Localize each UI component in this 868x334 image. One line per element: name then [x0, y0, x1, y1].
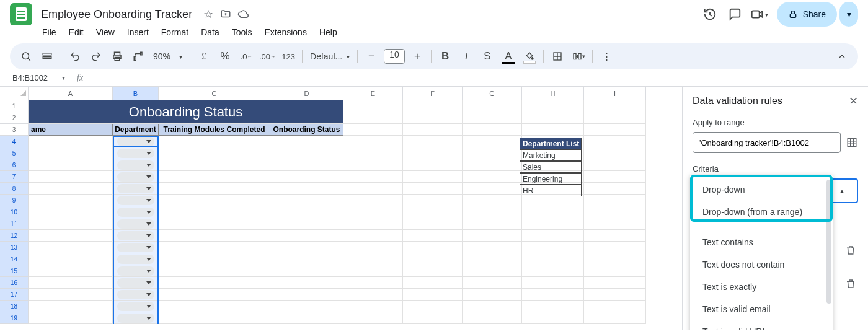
cell[interactable]: [270, 195, 343, 206]
cell[interactable]: [463, 147, 522, 159]
search-icon[interactable]: [16, 46, 36, 66]
cell[interactable]: [403, 136, 463, 147]
cell[interactable]: [343, 183, 403, 195]
cell[interactable]: [522, 312, 584, 324]
cell[interactable]: [403, 206, 463, 218]
cell[interactable]: [270, 171, 343, 183]
col-header-h[interactable]: H: [522, 87, 584, 100]
cell-d3[interactable]: Onboarding Status: [270, 124, 343, 136]
cell[interactable]: [29, 183, 113, 195]
cell[interactable]: [343, 218, 403, 230]
dropdown-chip[interactable]: [117, 314, 154, 323]
cell[interactable]: [584, 136, 646, 147]
cell[interactable]: [113, 312, 159, 324]
cell[interactable]: [343, 147, 403, 159]
dropdown-chip[interactable]: [117, 160, 154, 170]
bold-icon[interactable]: B: [435, 46, 455, 66]
cell[interactable]: [343, 242, 403, 253]
paint-format-icon[interactable]: [128, 46, 148, 66]
row-header-19[interactable]: 19: [0, 312, 29, 324]
dropdown-chip[interactable]: [117, 290, 154, 299]
cell[interactable]: [584, 183, 646, 195]
cell[interactable]: [584, 242, 646, 253]
cell[interactable]: [522, 218, 584, 230]
cell[interactable]: [584, 301, 646, 312]
cell[interactable]: [29, 206, 113, 218]
cell[interactable]: [463, 159, 522, 171]
cell[interactable]: [463, 206, 522, 218]
menus-icon[interactable]: [37, 46, 57, 66]
cell[interactable]: [522, 301, 584, 312]
row-header-11[interactable]: 11: [0, 218, 29, 230]
cell[interactable]: [463, 265, 522, 277]
cell[interactable]: [29, 147, 113, 159]
cell[interactable]: [584, 218, 646, 230]
cell-c3[interactable]: Training Modules Completed: [159, 124, 270, 136]
collapse-toolbar-icon[interactable]: [832, 46, 852, 66]
col-header-a[interactable]: A: [29, 87, 113, 100]
cell[interactable]: [159, 206, 270, 218]
row-header-9[interactable]: 9: [0, 195, 29, 206]
cell[interactable]: [343, 230, 403, 242]
dropdown-chip[interactable]: [117, 137, 154, 146]
cell[interactable]: [403, 159, 463, 171]
cell[interactable]: [113, 195, 159, 206]
row-header-1[interactable]: 1: [0, 100, 29, 112]
cell[interactable]: [463, 183, 522, 195]
cell[interactable]: [522, 206, 584, 218]
strikethrough-icon[interactable]: S: [477, 46, 497, 66]
cell[interactable]: [343, 253, 403, 265]
cell[interactable]: [463, 289, 522, 301]
percent-icon[interactable]: %: [215, 46, 235, 66]
font-size-decrease[interactable]: −: [361, 46, 381, 66]
menu-tools[interactable]: Tools: [227, 25, 257, 40]
cell[interactable]: [113, 159, 159, 171]
select-all-corner[interactable]: [0, 87, 29, 100]
cell[interactable]: [113, 301, 159, 312]
share-dropdown[interactable]: ▾: [839, 2, 858, 27]
cell[interactable]: [270, 136, 343, 147]
cell-a3[interactable]: ame: [29, 124, 113, 136]
row-header-14[interactable]: 14: [0, 253, 29, 265]
cell[interactable]: [113, 206, 159, 218]
increase-decimal-icon[interactable]: .00→: [257, 46, 277, 66]
cell[interactable]: [113, 171, 159, 183]
document-title[interactable]: Employee Onboarding Tracker: [37, 7, 196, 22]
cell[interactable]: [29, 230, 113, 242]
cell[interactable]: [29, 242, 113, 253]
criteria-option-text-exactly[interactable]: Text is exactly: [690, 276, 833, 298]
col-header-e[interactable]: E: [343, 87, 403, 100]
criteria-option-dropdown-range[interactable]: Drop-down (from a range): [690, 201, 833, 223]
criteria-option-valid-email[interactable]: Text is valid email: [690, 298, 833, 320]
dept-item-2[interactable]: Sales: [520, 161, 582, 173]
merge-cells-icon[interactable]: ▾: [569, 46, 588, 66]
row-header-7[interactable]: 7: [0, 171, 29, 183]
cell[interactable]: [159, 159, 270, 171]
cell[interactable]: [403, 242, 463, 253]
cell[interactable]: [29, 265, 113, 277]
select-range-icon[interactable]: [846, 136, 858, 149]
row-header-5[interactable]: 5: [0, 147, 29, 159]
cell[interactable]: [159, 171, 270, 183]
cell[interactable]: [159, 277, 270, 289]
history-icon[interactable]: [698, 2, 722, 27]
criteria-option-valid-url[interactable]: Text is valid URL: [690, 320, 833, 330]
cell[interactable]: [463, 195, 522, 206]
name-box[interactable]: [10, 73, 58, 83]
move-folder-icon[interactable]: [217, 6, 234, 23]
col-header-d[interactable]: D: [270, 87, 343, 100]
row-header-16[interactable]: 16: [0, 277, 29, 289]
cell[interactable]: [113, 183, 159, 195]
menu-file[interactable]: File: [37, 25, 61, 40]
cell[interactable]: [463, 301, 522, 312]
row-header-10[interactable]: 10: [0, 206, 29, 218]
currency-icon[interactable]: £: [194, 46, 214, 66]
cell[interactable]: [29, 218, 113, 230]
redo-icon[interactable]: [86, 46, 106, 66]
delete-option-icon[interactable]: [843, 243, 858, 258]
cell[interactable]: [159, 242, 270, 253]
cell[interactable]: [113, 242, 159, 253]
cell[interactable]: [584, 147, 646, 159]
cell[interactable]: [463, 253, 522, 265]
menu-insert[interactable]: Insert: [122, 25, 154, 40]
